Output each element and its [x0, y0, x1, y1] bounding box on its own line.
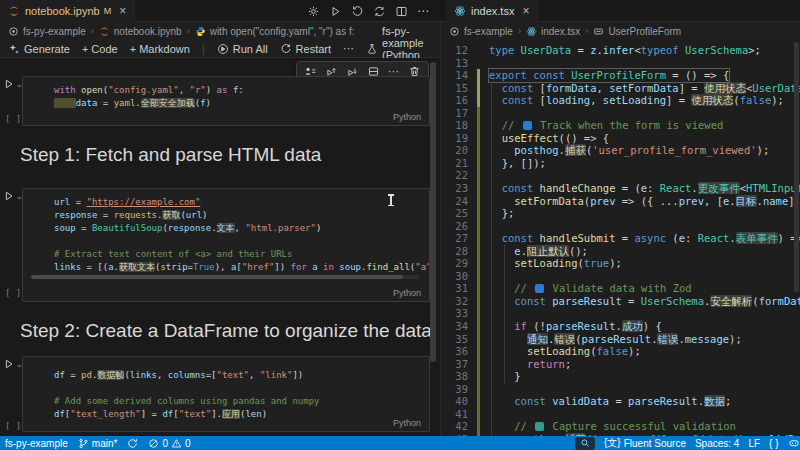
code-line[interactable]: 18 // Track when the form is viewed: [441, 119, 800, 132]
copilot-icon[interactable]: [788, 437, 800, 449]
code-line[interactable]: 32 const parseResult = UserSchema.安全解析(f…: [441, 295, 800, 308]
code-line[interactable]: 14export const UserProfileForm = () => {: [441, 69, 800, 82]
line-number[interactable]: 35: [441, 333, 468, 346]
kernel-sync-icon[interactable]: [373, 5, 386, 18]
code-line[interactable]: 24 setFormData(prev => ({ ...prev, [e.目标…: [441, 195, 800, 208]
cell-language-label[interactable]: Python: [393, 288, 421, 298]
code-line[interactable]: # Extract text content of <a> and their …: [45, 248, 427, 261]
line-number[interactable]: 23: [441, 182, 468, 195]
add-code-button[interactable]: + Code: [82, 43, 118, 55]
code-cell[interactable]: df = pd.数据帧(links, columns=["text", "lin…: [22, 356, 430, 432]
code-line[interactable]: soup = BeautifulSoup(response.文本, "html.…: [45, 222, 427, 235]
code-line[interactable]: [45, 235, 427, 248]
line-number[interactable]: 41: [441, 408, 468, 421]
code-line[interactable]: # Add some derived columns using pandas …: [45, 395, 427, 408]
line-number[interactable]: 22: [441, 169, 468, 182]
line-number[interactable]: 37: [441, 358, 468, 371]
code-editor[interactable]: 12type UserData = z.infer<typeof UserSch…: [440, 40, 800, 436]
line-number[interactable]: 14: [441, 69, 468, 82]
code-line[interactable]: 13: [441, 57, 800, 70]
line-number[interactable]: 20: [441, 144, 468, 157]
code-line[interactable]: 36 setLoading(false);: [441, 345, 800, 358]
git-branch-item[interactable]: main*: [78, 438, 118, 449]
close-icon[interactable]: ×: [522, 4, 529, 18]
markdown-heading[interactable]: Step 2: Create a DataFrame to organize t…: [20, 320, 432, 342]
more-actions-icon[interactable]: ⋯: [417, 4, 430, 18]
horizontal-scrollbar[interactable]: [31, 275, 419, 279]
line-number[interactable]: 38: [441, 370, 468, 383]
code-line[interactable]: 26: [441, 220, 800, 233]
code-line[interactable]: 25 };: [441, 207, 800, 220]
line-number[interactable]: 13: [441, 57, 468, 70]
line-number[interactable]: 42: [441, 420, 468, 433]
code-line[interactable]: 21 }, []);: [441, 157, 800, 170]
close-icon[interactable]: ×: [119, 4, 126, 18]
code-line[interactable]: 38 }: [441, 370, 800, 383]
run-all-button[interactable]: Run All: [217, 43, 268, 55]
line-number[interactable]: 12: [441, 44, 468, 57]
run-icon[interactable]: [329, 5, 342, 18]
markdown-heading[interactable]: Step 1: Fetch and parse HTML data: [20, 144, 321, 166]
generate-button[interactable]: Generate: [8, 43, 70, 55]
code-line[interactable]: 33: [441, 307, 800, 320]
breadcrumb-folder[interactable]: fs-example: [464, 26, 513, 37]
run-cell-button[interactable]: ⌄: [3, 190, 23, 202]
line-number[interactable]: 29: [441, 257, 468, 270]
line-number[interactable]: 32: [441, 295, 468, 308]
breadcrumb-file[interactable]: index.tsx: [541, 26, 580, 37]
vertical-scrollbar[interactable]: [430, 62, 436, 362]
code-line[interactable]: 28 e.阻止默认();: [441, 245, 800, 258]
problems-item[interactable]: 0 0: [148, 438, 190, 449]
code-line[interactable]: url = "https://example.com": [45, 196, 427, 209]
cell-code[interactable]: with open("config.yaml", "r") as f: data…: [45, 84, 427, 110]
workspace-indicator[interactable]: fs-py-example: [5, 438, 68, 449]
line-number[interactable]: 31: [441, 282, 468, 295]
code-line[interactable]: with open("config.yaml", "r") as f:: [45, 84, 427, 97]
vertical-scrollbar[interactable]: [794, 42, 799, 292]
line-number[interactable]: 26: [441, 220, 468, 233]
line-number[interactable]: 36: [441, 345, 468, 358]
breadcrumb-file[interactable]: notebook.ipynb: [114, 26, 182, 37]
code-line[interactable]: 31 // Validate data with Zod: [441, 282, 800, 295]
code-line[interactable]: 41: [441, 408, 800, 421]
code-line[interactable]: [45, 382, 427, 395]
code-line[interactable]: 29 setLoading(true);: [441, 257, 800, 270]
code-line[interactable]: 15 const [formData, setFormData] = 使用状态<…: [441, 82, 800, 95]
restart-button[interactable]: Restart: [280, 43, 331, 55]
code-cell[interactable]: url = "https://example.com"response = re…: [22, 188, 430, 302]
line-number[interactable]: 19: [441, 132, 468, 145]
code-line[interactable]: 17: [441, 107, 800, 120]
code-line[interactable]: 19 useEffect(() => {: [441, 132, 800, 145]
code-line[interactable]: 20 posthog.捕获('user_profile_form_viewed'…: [441, 144, 800, 157]
line-number[interactable]: 39: [441, 383, 468, 396]
settings-gear-icon[interactable]: [307, 5, 320, 18]
breadcrumb-folder[interactable]: fs-py-example: [23, 26, 86, 37]
code-line[interactable]: response = requests.获取(url): [45, 209, 427, 222]
tab-index-tsx[interactable]: index.tsx ×: [446, 0, 538, 22]
line-number[interactable]: 18: [441, 119, 468, 132]
line-number[interactable]: 24: [441, 195, 468, 208]
run-cell-button[interactable]: ⌄: [3, 78, 23, 90]
code-line[interactable]: data = yaml.全部安全加载(f): [45, 97, 427, 110]
cell-code[interactable]: df = pd.数据帧(links, columns=["text", "lin…: [45, 369, 427, 421]
tab-notebook[interactable]: notebook.ipynb M ×: [0, 0, 135, 22]
line-number[interactable]: 40: [441, 395, 468, 408]
line-number[interactable]: 27: [441, 232, 468, 245]
restart-history-icon[interactable]: [351, 5, 364, 18]
line-number[interactable]: 33: [441, 307, 468, 320]
code-line[interactable]: 22: [441, 169, 800, 182]
run-cell-button[interactable]: ⌄: [3, 358, 23, 370]
line-number[interactable]: 28: [441, 245, 468, 258]
cell-language-label[interactable]: Python: [393, 112, 421, 122]
indentation-item[interactable]: Spaces: 4: [695, 438, 739, 449]
code-line[interactable]: 12type UserData = z.infer<typeof UserSch…: [441, 44, 800, 57]
line-number[interactable]: 34: [441, 320, 468, 333]
code-line[interactable]: 39: [441, 383, 800, 396]
line-number[interactable]: 30: [441, 270, 468, 283]
line-number[interactable]: 17: [441, 107, 468, 120]
line-number[interactable]: 15: [441, 82, 468, 95]
code-line[interactable]: 27 const handleSubmit = async (e: React.…: [441, 232, 800, 245]
code-line[interactable]: 42 // Capture successful validation: [441, 420, 800, 433]
code-line[interactable]: df = pd.数据帧(links, columns=["text", "lin…: [45, 369, 427, 382]
sync-icon[interactable]: [127, 438, 138, 449]
